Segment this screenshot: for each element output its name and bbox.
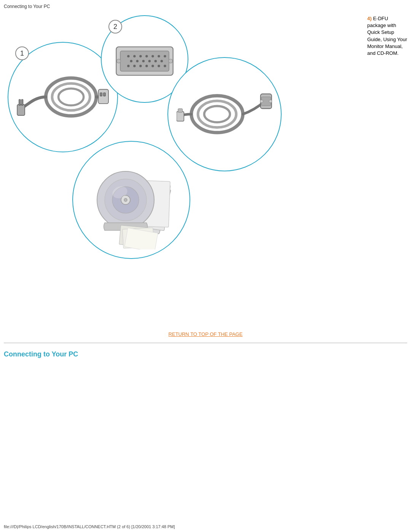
sidebar-description: 4) E-DFU package with Quick Setup Guide,…	[365, 11, 411, 324]
svg-point-20	[142, 60, 145, 62]
svg-rect-37	[178, 109, 183, 112]
sidebar-text-content: E-DFU package with Quick Setup Guide, Us…	[367, 16, 407, 56]
svg-point-16	[158, 55, 160, 57]
svg-point-25	[133, 65, 135, 67]
vga-connector-image	[108, 22, 181, 96]
return-to-top-link[interactable]: RETURN TO TOP OF THE PAGE	[0, 331, 411, 337]
svg-rect-6	[99, 89, 109, 104]
svg-point-22	[155, 60, 157, 62]
svg-point-21	[148, 60, 151, 62]
svg-point-41	[269, 100, 272, 103]
data-cable-image	[177, 66, 272, 162]
svg-point-40	[260, 100, 263, 103]
svg-point-18	[130, 60, 132, 62]
svg-rect-4	[19, 100, 21, 105]
svg-point-13	[139, 55, 142, 57]
breadcrumb: Connecting to Your PC	[4, 4, 50, 9]
svg-point-2	[59, 89, 84, 105]
diagram-area: 1 2	[0, 11, 365, 324]
svg-rect-8	[104, 93, 106, 96]
svg-rect-36	[177, 112, 184, 121]
circle-label-1: 1	[15, 46, 29, 60]
svg-point-12	[133, 55, 135, 57]
svg-point-29	[158, 65, 160, 67]
svg-point-35	[204, 106, 230, 123]
main-content: 1 2	[0, 11, 411, 324]
circle-data-cable	[167, 57, 282, 171]
sidebar-number: 4)	[367, 16, 372, 21]
svg-point-24	[127, 65, 129, 67]
svg-point-30	[164, 65, 166, 67]
svg-point-27	[145, 65, 148, 67]
svg-point-26	[139, 65, 142, 67]
svg-point-32	[169, 59, 173, 63]
svg-point-31	[116, 59, 121, 63]
svg-point-17	[164, 55, 166, 57]
circle-cd-manual	[72, 141, 190, 259]
power-cord-image	[16, 51, 109, 143]
svg-point-28	[151, 65, 154, 67]
svg-rect-5	[22, 100, 23, 105]
svg-point-11	[127, 55, 129, 57]
svg-point-23	[161, 60, 163, 62]
svg-point-14	[145, 55, 148, 57]
svg-rect-7	[100, 93, 102, 96]
section-heading: Connecting to Your PC	[4, 350, 78, 358]
circle-label-2: 2	[108, 20, 122, 34]
svg-point-19	[136, 60, 139, 62]
status-bar: file:///D|/Philips LCD/english/170B/INST…	[4, 524, 407, 529]
svg-point-15	[151, 55, 154, 57]
svg-point-49	[124, 198, 127, 201]
cd-manual-image	[82, 150, 181, 249]
svg-rect-3	[18, 105, 25, 116]
section-divider	[4, 343, 407, 343]
